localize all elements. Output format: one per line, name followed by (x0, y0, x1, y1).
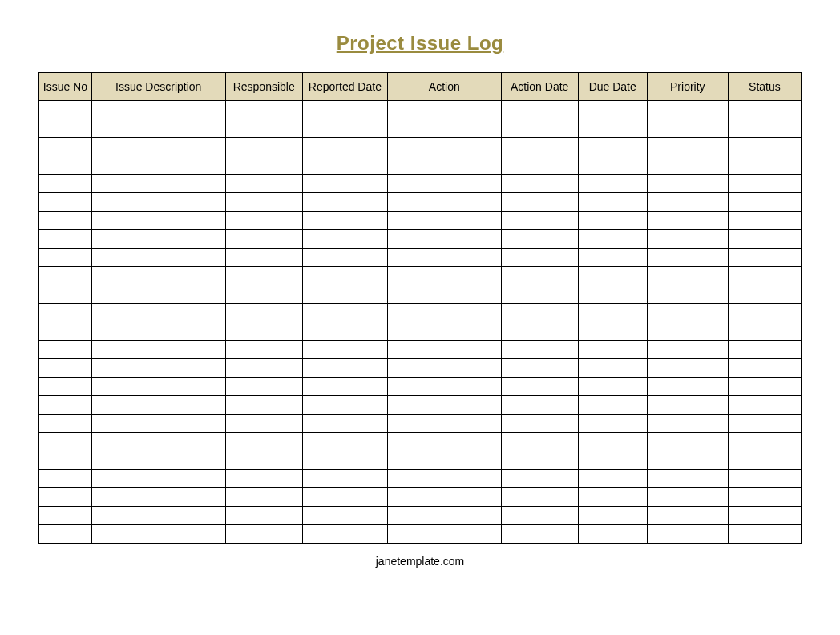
table-cell (578, 175, 647, 193)
table-row (39, 267, 802, 285)
table-cell (91, 285, 225, 304)
table-cell (225, 304, 302, 322)
table-cell (501, 415, 578, 433)
table-cell (728, 433, 801, 451)
table-cell (578, 322, 647, 341)
table-cell (39, 433, 92, 451)
table-cell (388, 470, 502, 488)
table-cell (225, 175, 302, 193)
table-cell (302, 230, 387, 249)
table-cell (388, 359, 502, 378)
table-row (39, 415, 802, 433)
table-cell (578, 433, 647, 451)
table-cell (225, 230, 302, 249)
table-cell (388, 175, 502, 193)
table-cell (501, 396, 578, 415)
table-cell (578, 378, 647, 396)
table-cell (388, 212, 502, 230)
table-cell (91, 525, 225, 544)
table-cell (388, 249, 502, 267)
table-cell (501, 212, 578, 230)
table-cell (578, 359, 647, 378)
table-cell (388, 507, 502, 525)
table-cell (302, 470, 387, 488)
table-cell (728, 322, 801, 341)
table-cell (91, 451, 225, 470)
table-cell (578, 156, 647, 175)
table-cell (91, 507, 225, 525)
col-header-responsible: Responsible (225, 73, 302, 101)
table-cell (302, 525, 387, 544)
table-cell (501, 193, 578, 212)
table-cell (302, 507, 387, 525)
table-cell (388, 285, 502, 304)
table-cell (647, 193, 728, 212)
col-header-status: Status (728, 73, 801, 101)
table-cell (388, 322, 502, 341)
table-cell (728, 470, 801, 488)
table-cell (501, 138, 578, 156)
table-row (39, 507, 802, 525)
table-cell (388, 488, 502, 507)
table-cell (647, 341, 728, 359)
col-header-priority: Priority (647, 73, 728, 101)
table-cell (39, 304, 92, 322)
table-cell (647, 322, 728, 341)
table-cell (225, 488, 302, 507)
table-cell (501, 119, 578, 138)
table-cell (728, 193, 801, 212)
table-cell (302, 138, 387, 156)
table-cell (647, 525, 728, 544)
table-cell (39, 138, 92, 156)
table-cell (225, 507, 302, 525)
table-cell (39, 415, 92, 433)
table-cell (91, 396, 225, 415)
table-cell (578, 341, 647, 359)
table-cell (91, 304, 225, 322)
table-cell (578, 285, 647, 304)
table-cell (647, 415, 728, 433)
table-cell (501, 101, 578, 119)
table-cell (501, 230, 578, 249)
table-cell (388, 304, 502, 322)
table-cell (728, 119, 801, 138)
table-cell (501, 433, 578, 451)
table-cell (39, 507, 92, 525)
table-cell (91, 341, 225, 359)
table-cell (728, 396, 801, 415)
table-cell (302, 249, 387, 267)
table-cell (39, 230, 92, 249)
table-cell (647, 138, 728, 156)
table-cell (225, 119, 302, 138)
table-cell (388, 138, 502, 156)
table-cell (728, 285, 801, 304)
table-cell (39, 101, 92, 119)
table-cell (578, 212, 647, 230)
table-cell (388, 396, 502, 415)
table-cell (388, 451, 502, 470)
table-cell (501, 359, 578, 378)
table-row (39, 138, 802, 156)
table-cell (388, 525, 502, 544)
table-cell (728, 267, 801, 285)
table-cell (728, 212, 801, 230)
table-cell (647, 119, 728, 138)
table-cell (91, 470, 225, 488)
table-cell (647, 285, 728, 304)
table-cell (302, 378, 387, 396)
table-header-row: Issue No Issue Description Responsible R… (39, 73, 802, 101)
table-cell (501, 249, 578, 267)
table-cell (225, 285, 302, 304)
table-cell (647, 267, 728, 285)
table-cell (225, 415, 302, 433)
table-cell (225, 341, 302, 359)
table-cell (225, 378, 302, 396)
table-cell (388, 156, 502, 175)
table-cell (578, 396, 647, 415)
table-cell (302, 451, 387, 470)
table-cell (302, 101, 387, 119)
table-cell (302, 285, 387, 304)
table-cell (91, 138, 225, 156)
table-cell (302, 304, 387, 322)
table-cell (39, 322, 92, 341)
